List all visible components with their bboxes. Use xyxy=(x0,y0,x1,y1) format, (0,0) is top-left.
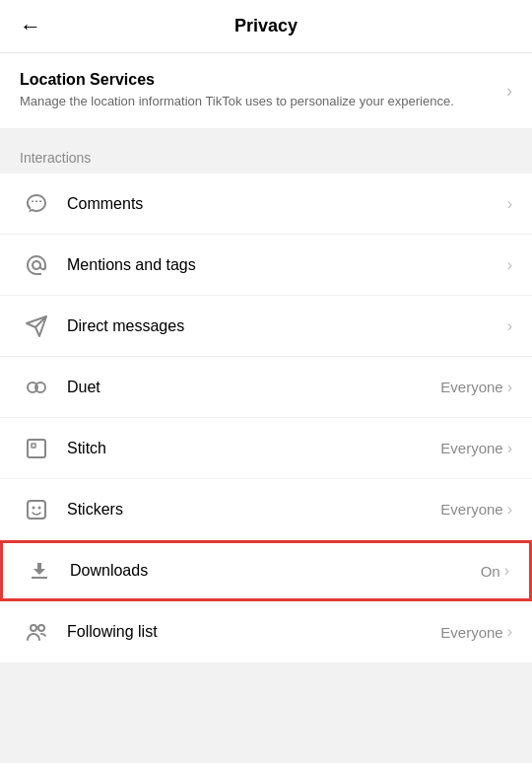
mentions-chevron-icon: › xyxy=(507,256,512,274)
page-title: Privacy xyxy=(234,16,298,36)
svg-point-7 xyxy=(31,625,36,631)
duet-icon xyxy=(20,371,53,404)
svg-point-8 xyxy=(38,625,44,631)
back-button[interactable]: ← xyxy=(20,14,41,39)
downloads-label: Downloads xyxy=(70,562,481,580)
mentions-item[interactable]: Mentions and tags › xyxy=(0,235,532,296)
svg-rect-2 xyxy=(28,440,45,457)
settings-list: Comments › Mentions and tags › Direct me… xyxy=(0,173,532,662)
following-list-value: Everyone xyxy=(440,624,502,641)
svg-point-6 xyxy=(38,506,41,509)
stitch-value: Everyone xyxy=(440,440,502,456)
duet-label: Duet xyxy=(67,379,440,396)
downloads-icon xyxy=(23,554,56,588)
stickers-chevron-icon: › xyxy=(507,501,512,519)
svg-rect-4 xyxy=(28,501,45,519)
stitch-label: Stitch xyxy=(67,440,440,457)
svg-point-5 xyxy=(33,506,35,509)
duet-chevron-icon: › xyxy=(507,379,512,396)
comments-chevron-icon: › xyxy=(507,195,512,213)
duet-item[interactable]: Duet Everyone › xyxy=(0,357,532,418)
following-list-item[interactable]: Following list Everyone › xyxy=(0,601,532,662)
comments-item[interactable]: Comments › xyxy=(0,173,532,235)
comments-label: Comments xyxy=(67,195,507,213)
dm-icon xyxy=(20,310,53,343)
stickers-item[interactable]: Stickers Everyone › xyxy=(0,479,532,540)
stickers-value: Everyone xyxy=(440,501,502,518)
location-services-item[interactable]: Location Services Manage the location in… xyxy=(0,53,532,128)
location-services-desc: Manage the location information TikTok u… xyxy=(20,93,497,110)
stitch-item[interactable]: Stitch Everyone › xyxy=(0,418,532,479)
stitch-chevron-icon: › xyxy=(507,440,512,457)
following-icon xyxy=(20,615,53,649)
stickers-icon xyxy=(20,493,53,526)
downloads-value: On xyxy=(481,563,500,580)
location-services-title: Location Services xyxy=(20,71,497,89)
location-chevron-icon: › xyxy=(506,81,512,102)
stitch-icon xyxy=(20,432,53,465)
duet-value: Everyone xyxy=(440,379,502,395)
stickers-label: Stickers xyxy=(67,501,440,519)
svg-rect-3 xyxy=(32,444,35,448)
following-list-chevron-icon: › xyxy=(507,623,512,641)
interactions-section-label: Interactions xyxy=(0,136,532,173)
mentions-label: Mentions and tags xyxy=(67,256,507,274)
dm-chevron-icon: › xyxy=(507,317,512,335)
comments-icon xyxy=(20,187,53,221)
header: ← Privacy xyxy=(0,0,532,53)
mention-icon xyxy=(20,248,53,282)
direct-messages-label: Direct messages xyxy=(67,317,507,335)
following-list-label: Following list xyxy=(67,623,440,641)
downloads-chevron-icon: › xyxy=(504,562,509,580)
direct-messages-item[interactable]: Direct messages › xyxy=(0,296,532,357)
downloads-item[interactable]: Downloads On › xyxy=(0,540,532,601)
